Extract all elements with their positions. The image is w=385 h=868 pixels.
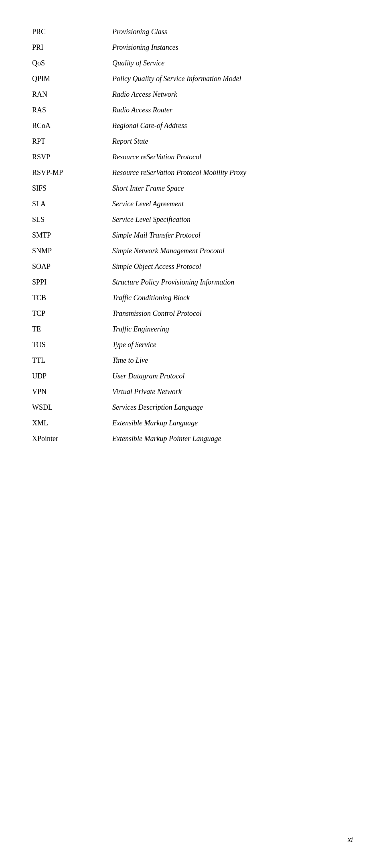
acronym-definition: Time to Live xyxy=(112,353,353,368)
acronym-abbr: SPPI xyxy=(32,274,112,290)
acronym-definition: Structure Policy Provisioning Informatio… xyxy=(112,274,353,290)
acronym-abbr: RSVP-MP xyxy=(32,165,112,181)
acronym-definition: Quality of Service xyxy=(112,55,353,71)
acronym-definition: Radio Access Router xyxy=(112,102,353,118)
acronym-abbr: SMTP xyxy=(32,228,112,243)
table-row: RSVPResource reSerVation Protocol xyxy=(32,149,353,165)
table-row: TETraffic Engineering xyxy=(32,321,353,337)
acronym-definition: Policy Quality of Service Information Mo… xyxy=(112,71,353,87)
acronym-abbr: TCP xyxy=(32,306,112,321)
table-row: QPIMPolicy Quality of Service Informatio… xyxy=(32,71,353,87)
table-row: PRIProvisioning Instances xyxy=(32,40,353,55)
acronym-definition: Services Description Language xyxy=(112,400,353,415)
acronym-abbr: QoS xyxy=(32,55,112,71)
table-row: SNMPSimple Network Management Procotol xyxy=(32,243,353,259)
table-row: SOAPSimple Object Access Protocol xyxy=(32,259,353,274)
acronym-abbr: RAN xyxy=(32,87,112,102)
table-row: TCPTransmission Control Protocol xyxy=(32,306,353,321)
table-row: RPTReport State xyxy=(32,134,353,149)
page-number: xi xyxy=(348,835,353,844)
acronym-definition: Service Level Agreement xyxy=(112,196,353,212)
table-row: UDPUser Datagram Protocol xyxy=(32,368,353,384)
acronym-definition: Report State xyxy=(112,134,353,149)
table-row: SLSService Level Specification xyxy=(32,212,353,228)
acronym-abbr: RCoA xyxy=(32,118,112,134)
acronym-abbr: TOS xyxy=(32,337,112,353)
acronym-definition: Simple Object Access Protocol xyxy=(112,259,353,274)
acronym-definition: Traffic Engineering xyxy=(112,321,353,337)
table-row: WSDLServices Description Language xyxy=(32,400,353,415)
acronym-abbr: PRI xyxy=(32,40,112,55)
acronym-definition: Resource reSerVation Protocol Mobility P… xyxy=(112,165,353,181)
acronym-abbr: XML xyxy=(32,415,112,431)
acronym-abbr: WSDL xyxy=(32,400,112,415)
acronym-abbr: PRC xyxy=(32,24,112,40)
table-row: VPNVirtual Private Network xyxy=(32,384,353,400)
table-row: TCBTraffic Conditioning Block xyxy=(32,290,353,306)
acronym-abbr: SLS xyxy=(32,212,112,228)
table-row: TTLTime to Live xyxy=(32,353,353,368)
table-row: RASRadio Access Router xyxy=(32,102,353,118)
table-row: TOSType of Service xyxy=(32,337,353,353)
acronym-definition: Extensible Markup Language xyxy=(112,415,353,431)
acronym-definition: Provisioning Class xyxy=(112,24,353,40)
acronym-abbr: RAS xyxy=(32,102,112,118)
acronym-definition: Simple Network Management Procotol xyxy=(112,243,353,259)
table-row: SIFSShort Inter Frame Space xyxy=(32,181,353,196)
acronym-abbr: VPN xyxy=(32,384,112,400)
acronym-abbr: QPIM xyxy=(32,71,112,87)
table-row: XPointerExtensible Markup Pointer Langua… xyxy=(32,431,353,447)
acronym-abbr: UDP xyxy=(32,368,112,384)
acronym-abbr: TCB xyxy=(32,290,112,306)
table-row: RANRadio Access Network xyxy=(32,87,353,102)
acronym-definition: Transmission Control Protocol xyxy=(112,306,353,321)
table-row: RSVP-MPResource reSerVation Protocol Mob… xyxy=(32,165,353,181)
acronym-definition: Short Inter Frame Space xyxy=(112,181,353,196)
acronym-definition: Provisioning Instances xyxy=(112,40,353,55)
acronym-definition: Traffic Conditioning Block xyxy=(112,290,353,306)
acronym-abbr: XPointer xyxy=(32,431,112,447)
table-row: RCoARegional Care-of Address xyxy=(32,118,353,134)
acronym-definition: Service Level Specification xyxy=(112,212,353,228)
table-row: SLAService Level Agreement xyxy=(32,196,353,212)
acronym-abbr: TE xyxy=(32,321,112,337)
acronym-definition: Regional Care-of Address xyxy=(112,118,353,134)
table-row: QoSQuality of Service xyxy=(32,55,353,71)
table-row: PRCProvisioning Class xyxy=(32,24,353,40)
acronym-abbr: SNMP xyxy=(32,243,112,259)
acronym-definition: Type of Service xyxy=(112,337,353,353)
acronym-definition: Extensible Markup Pointer Language xyxy=(112,431,353,447)
acronym-definition: Resource reSerVation Protocol xyxy=(112,149,353,165)
table-row: XMLExtensible Markup Language xyxy=(32,415,353,431)
table-row: SMTPSimple Mail Transfer Protocol xyxy=(32,228,353,243)
acronym-abbr: RPT xyxy=(32,134,112,149)
acronym-definition: Simple Mail Transfer Protocol xyxy=(112,228,353,243)
acronym-abbr: SIFS xyxy=(32,181,112,196)
acronym-definition: Virtual Private Network xyxy=(112,384,353,400)
table-row: SPPIStructure Policy Provisioning Inform… xyxy=(32,274,353,290)
acronym-abbr: SOAP xyxy=(32,259,112,274)
acronym-abbr: SLA xyxy=(32,196,112,212)
acronym-definition: User Datagram Protocol xyxy=(112,368,353,384)
acronym-abbr: RSVP xyxy=(32,149,112,165)
acronym-definition: Radio Access Network xyxy=(112,87,353,102)
acronym-table: PRCProvisioning ClassPRIProvisioning Ins… xyxy=(32,24,353,447)
acronym-abbr: TTL xyxy=(32,353,112,368)
